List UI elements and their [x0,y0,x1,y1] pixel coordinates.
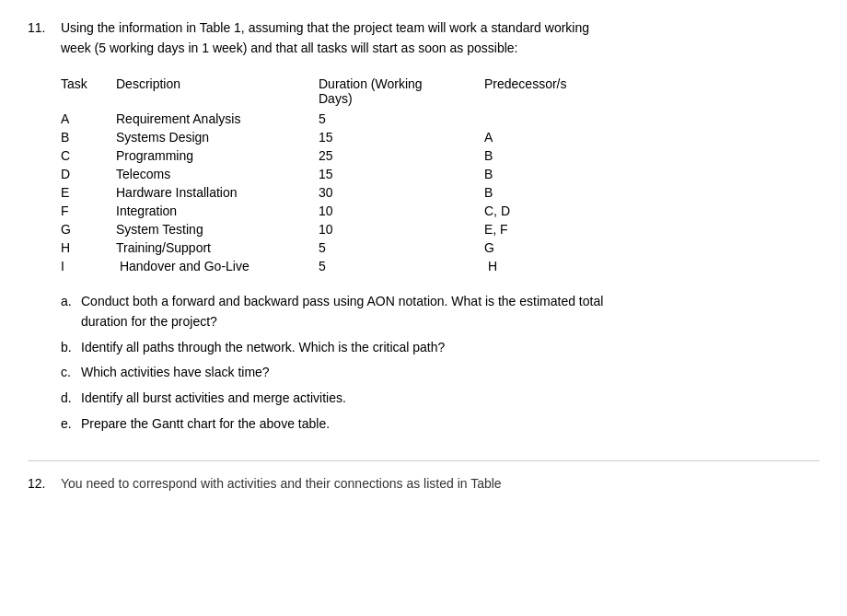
task-f: F [61,202,116,220]
sub-text-b: Identify all paths through the network. … [81,338,445,358]
table-row: H Training/Support 5 G [61,238,595,257]
sub-label-a: a. [61,292,75,331]
desc-g: System Testing [116,220,319,238]
col-header-description: Description [116,75,319,110]
task-i: I [61,257,116,275]
duration-g: 10 [319,220,484,238]
sub-text-d: Identify all burst activities and merge … [81,389,346,409]
table-row: D Telecoms 15 B [61,165,595,183]
bottom-question-text: You need to correspond with activities a… [61,476,502,491]
sub-label-c: c. [61,363,75,383]
col-header-task: Task [61,75,116,110]
task-g: G [61,220,116,238]
sub-question-a: a. Conduct both a forward and backward p… [61,292,819,331]
section-divider [28,460,819,461]
pred-i: H [484,257,595,275]
sub-text-c: Which activities have slack time? [81,363,270,383]
sub-question-b: b. Identify all paths through the networ… [61,338,819,358]
question-number: 11. [28,18,53,58]
task-a: A [61,110,116,128]
question-text-line1: Using the information in Table 1, assumi… [61,20,589,35]
desc-e: Hardware Installation [116,183,319,202]
desc-b: Systems Design [116,128,319,146]
pred-d: B [484,165,595,183]
table-row: B Systems Design 15 A [61,128,595,146]
pred-b: A [484,128,595,146]
sub-questions-list: a. Conduct both a forward and backward p… [61,292,819,434]
table-header-row: Task Description Duration (Working Days)… [61,75,595,110]
table-row: I Handover and Go-Live 5 H [61,257,595,275]
desc-d: Telecoms [116,165,319,183]
bottom-question-number: 12. [28,476,53,491]
table-row: G System Testing 10 E, F [61,220,595,238]
pred-c: B [484,146,595,165]
task-e: E [61,183,116,202]
sub-label-b: b. [61,338,75,358]
sub-text-a: Conduct both a forward and backward pass… [81,292,603,331]
desc-a: Requirement Analysis [116,110,319,128]
table-row: C Programming 25 B [61,146,595,165]
sub-label-e: e. [61,414,75,435]
desc-h: Training/Support [116,238,319,257]
pred-g: E, F [484,220,595,238]
duration-f: 10 [319,202,484,220]
desc-f: Integration [116,202,319,220]
question-text: Using the information in Table 1, assumi… [61,18,589,58]
duration-c: 25 [319,146,484,165]
duration-b: 15 [319,128,484,146]
question-12-preview: 12. You need to correspond with activiti… [28,476,819,491]
desc-i: Handover and Go-Live [116,257,319,275]
sub-question-c: c. Which activities have slack time? [61,363,819,383]
duration-e: 30 [319,183,484,202]
table-row: A Requirement Analysis 5 [61,110,595,128]
col-header-duration: Duration (Working Days) [319,75,484,110]
table-row: F Integration 10 C, D [61,202,595,220]
pred-h: G [484,238,595,257]
duration-d: 15 [319,165,484,183]
task-h: H [61,238,116,257]
sub-label-d: d. [61,389,75,409]
col-header-predecessor: Predecessor/s [484,75,595,110]
sub-question-d: d. Identify all burst activities and mer… [61,389,819,409]
duration-a: 5 [319,110,484,128]
pred-e: B [484,183,595,202]
question-11-block: 11. Using the information in Table 1, as… [28,18,819,435]
task-table-container: Task Description Duration (Working Days)… [61,75,819,275]
sub-question-e: e. Prepare the Gantt chart for the above… [61,414,819,435]
task-table: Task Description Duration (Working Days)… [61,75,595,275]
sub-text-e: Prepare the Gantt chart for the above ta… [81,414,330,435]
table-row: E Hardware Installation 30 B [61,183,595,202]
task-d: D [61,165,116,183]
task-b: B [61,128,116,146]
question-header: 11. Using the information in Table 1, as… [28,18,819,58]
question-text-line2: week (5 working days in 1 week) and that… [61,41,517,55]
duration-h: 5 [319,238,484,257]
task-c: C [61,146,116,165]
pred-a [484,110,595,128]
pred-f: C, D [484,202,595,220]
desc-c: Programming [116,146,319,165]
duration-i: 5 [319,257,484,275]
